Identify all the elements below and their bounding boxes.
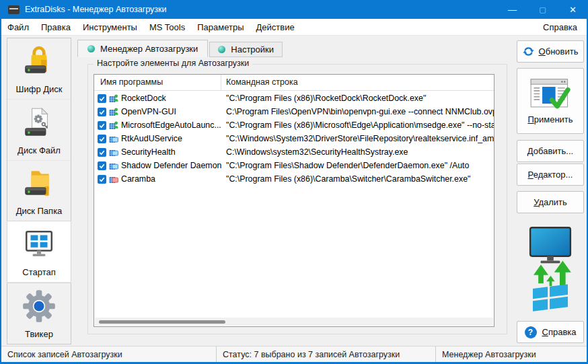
startup-monitor-icon <box>22 221 56 267</box>
registry-app-red-entry-icon <box>109 174 118 184</box>
app-window: ExtraDisks - Менеджер Автозагрузки — ▢ ✕… <box>0 0 588 364</box>
program-name-cell: RtkAudUService <box>94 134 221 143</box>
tab-startup-manager[interactable]: Менеджер Автозагрузки <box>77 40 208 57</box>
command-line-cell: "C:\Program Files\Shadow Defender\Defend… <box>221 161 494 170</box>
table-row[interactable]: RtkAudUService "C:\Windows\System32\Driv… <box>94 132 494 145</box>
sidebar-item-label: Диск Файл <box>17 145 61 155</box>
tab-label: Настройки <box>231 44 274 54</box>
tab-dot-icon <box>218 46 225 53</box>
apply-button-label: Применить <box>527 114 573 124</box>
row-checkbox[interactable] <box>98 108 106 116</box>
program-name: RtkAudUService <box>121 134 182 143</box>
registry-user-entry-icon <box>109 120 118 130</box>
menu-ms-tools[interactable]: MS Tools <box>143 19 191 35</box>
program-name-cell: MicrosoftEdgeAutoLaunc... <box>94 120 221 130</box>
program-name-cell: RocketDock <box>94 94 221 103</box>
minimize-icon[interactable]: — <box>497 0 527 19</box>
command-line-cell: "C:\Windows\System32\DriverStore\FileRep… <box>221 134 494 143</box>
menu-file[interactable]: Файл <box>1 19 35 35</box>
maximize-icon[interactable]: ▢ <box>527 0 558 19</box>
title-bar: ExtraDisks - Менеджер Автозагрузки — ▢ ✕ <box>0 0 588 19</box>
command-line-cell: "C:\Program Files (x86)\Caramba\Switcher… <box>221 174 494 184</box>
program-name-cell: SecurityHealth <box>94 147 221 157</box>
encrypted-drive-icon <box>22 38 56 84</box>
registry-user-entry-icon <box>109 107 118 116</box>
sidebar-item-label: Стартап <box>22 267 55 277</box>
sidebar-item-disk-file[interactable]: Диск Файл <box>7 100 71 161</box>
status-center: Статус: 7 выбрано из 7 записей Автозагру… <box>217 347 436 362</box>
sidebar-item-label: Шифр Диск <box>16 84 63 94</box>
editor-button[interactable]: Редактор... <box>517 163 584 186</box>
sidebar-item-disk-folder[interactable]: Диск Папка <box>7 161 71 222</box>
close-icon[interactable]: ✕ <box>558 0 588 19</box>
groupbox-label: Настройте элементы для Автозагрузки <box>94 59 252 68</box>
listview-header: Имя программы Командная строка <box>94 75 494 91</box>
menu-bar: Файл Правка Инструменты MS Tools Парамет… <box>1 19 587 36</box>
status-left: Список записей Автозагрузки <box>1 347 217 362</box>
program-name: OpenVPN-GUI <box>121 107 176 116</box>
sidebar-item-label: Твикер <box>25 329 53 339</box>
startup-artwork <box>514 223 587 317</box>
refresh-button[interactable]: Обновить <box>517 40 584 63</box>
listview-rows: RocketDock "C:\Program Files (x86)\Rocke… <box>94 92 494 186</box>
command-line-cell: C:\Windows\system32\SecurityHealthSystra… <box>221 147 494 157</box>
startup-items-groupbox: Настройте элементы для Автозагрузки Имя … <box>87 64 507 334</box>
delete-button[interactable]: Удалить <box>517 191 584 213</box>
table-row[interactable]: Caramba "C:\Program Files (x86)\Caramba\… <box>94 172 494 186</box>
add-button-label: Добавить... <box>527 146 573 156</box>
main-content: Шифр Диск <box>1 36 587 346</box>
folder-drive-icon <box>22 161 56 207</box>
sidebar-item-cipher-disk[interactable]: Шифр Диск <box>7 38 71 100</box>
menu-edit[interactable]: Правка <box>35 19 77 35</box>
menu-tools[interactable]: Инструменты <box>77 19 143 35</box>
monitor-arrows-windows-icon <box>515 223 586 316</box>
tweaker-gear-icon <box>22 283 57 329</box>
scrollbar-thumb[interactable] <box>99 320 225 324</box>
row-checkbox[interactable] <box>98 161 106 170</box>
status-right: Менеджер Автозагрузки <box>436 347 587 362</box>
apply-window-check-icon <box>529 78 571 112</box>
sidebar: Шифр Диск <box>7 38 71 344</box>
sidebar-item-label: Диск Папка <box>16 206 63 216</box>
program-name-cell: Caramba <box>94 174 221 184</box>
table-row[interactable]: OpenVPN-GUI C:\Program Files\OpenVPN\bin… <box>94 105 494 118</box>
program-name-cell: OpenVPN-GUI <box>94 107 221 116</box>
menu-help[interactable]: Справка <box>537 19 587 35</box>
add-button[interactable]: Добавить... <box>517 140 584 162</box>
tab-settings[interactable]: Настройки <box>209 42 283 57</box>
row-checkbox[interactable] <box>98 135 106 143</box>
row-checkbox[interactable] <box>98 121 106 130</box>
column-header-name[interactable]: Имя программы <box>94 75 221 90</box>
apply-button[interactable]: Применить <box>517 68 584 134</box>
horizontal-scrollbar[interactable] <box>95 318 493 326</box>
refresh-button-label: Обновить <box>539 46 579 57</box>
row-checkbox[interactable] <box>98 148 106 157</box>
tab-dot-icon <box>87 45 95 52</box>
help-button-label: Справка <box>542 327 577 337</box>
window-title: ExtraDisks - Менеджер Автозагрузки <box>25 5 167 14</box>
sidebar-item-startup[interactable]: Стартап <box>7 221 71 283</box>
editor-button-label: Редактор... <box>528 170 573 180</box>
row-checkbox[interactable] <box>98 94 106 103</box>
registry-machine-entry-icon <box>109 147 118 157</box>
tab-label: Менеджер Автозагрузки <box>100 44 198 54</box>
sidebar-item-tweaker[interactable]: Твикер <box>7 283 71 344</box>
menu-options[interactable]: Параметры <box>191 19 250 35</box>
program-name: RocketDock <box>121 94 166 103</box>
help-button[interactable]: ? Справка <box>517 321 584 343</box>
command-line-cell: C:\Program Files\OpenVPN\bin\openvpn-gui… <box>221 107 494 116</box>
menu-action[interactable]: Действие <box>250 19 301 35</box>
app-icon <box>8 5 20 14</box>
row-checkbox[interactable] <box>98 175 106 184</box>
delete-button-label: Удалить <box>534 197 567 207</box>
table-row[interactable]: MicrosoftEdgeAutoLaunc... "C:\Program Fi… <box>94 118 494 132</box>
window-controls: — ▢ ✕ <box>497 0 588 19</box>
program-name: MicrosoftEdgeAutoLaunc... <box>121 120 221 130</box>
table-row[interactable]: Shadow Defender Daemon "C:\Program Files… <box>94 159 494 172</box>
startup-items-listview: Имя программы Командная строка RocketDoc… <box>94 74 494 327</box>
column-header-command[interactable]: Командная строка <box>221 75 494 90</box>
table-row[interactable]: SecurityHealth C:\Windows\system32\Secur… <box>94 145 494 159</box>
table-row[interactable]: RocketDock "C:\Program Files (x86)\Rocke… <box>94 92 494 105</box>
command-line-cell: "C:\Program Files (x86)\RocketDock\Rocke… <box>221 94 494 103</box>
program-name: Caramba <box>121 174 155 184</box>
